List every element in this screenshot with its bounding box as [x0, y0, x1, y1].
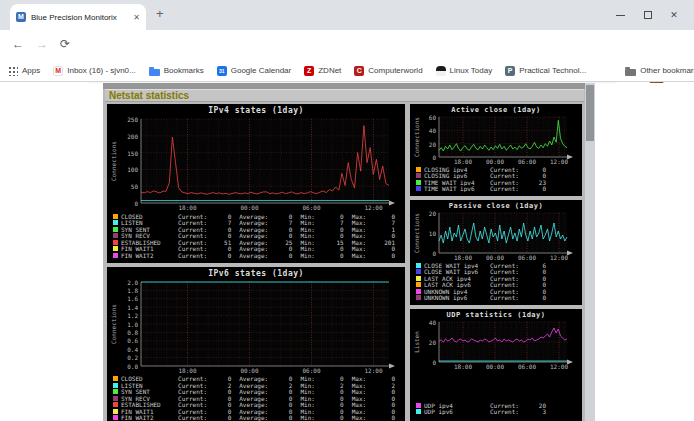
legend-swatch	[416, 409, 421, 414]
browser-tab[interactable]: M Blue Precision Monitorix ✕	[10, 4, 146, 30]
legend-stat: Max:0	[352, 414, 395, 421]
x-tick-label: 00:00	[486, 158, 504, 165]
y-tick-label: 1.2	[127, 312, 138, 319]
bookmark-label: Inbox (16) - sjvn0...	[67, 66, 135, 75]
x-tick-label: 18:00	[178, 204, 196, 211]
y-tick-label: 1.4	[127, 303, 138, 310]
bookmark-label: Google Calendar	[231, 66, 291, 75]
legend-stat-label: Min:	[300, 252, 314, 259]
apps-grid-icon	[8, 66, 18, 76]
scrollbar-thumb[interactable]	[586, 85, 594, 141]
legend-stat: Average:0	[239, 414, 292, 421]
x-tick-label: 00:00	[240, 367, 258, 374]
bookmark-zdnet[interactable]: ZZDNet	[304, 66, 341, 76]
active-close-graph[interactable]: Active close (1day) Connections18:0000:0…	[410, 104, 582, 196]
x-tick-label: 18:00	[454, 254, 472, 261]
y-tick-label: 40	[429, 319, 436, 326]
browser-titlebar: M Blue Precision Monitorix ✕ + ✕	[0, 0, 694, 30]
legend-stat-label: Average:	[239, 414, 268, 421]
udp-statistics-graph[interactable]: UDP statistics (1day) Listen18:0000:0006…	[410, 309, 582, 421]
passive-close-graph[interactable]: Passive close (1day) Connections18:0000:…	[410, 200, 582, 305]
legend-stat-value: 0	[228, 414, 232, 421]
bookmark-inbox[interactable]: MInbox (16) - sjvn0...	[53, 66, 135, 76]
reload-icon[interactable]: ⟳	[60, 37, 70, 51]
practical-tech-icon: P	[505, 66, 515, 76]
bookmark-google-calendar[interactable]: 31Google Calendar	[217, 66, 291, 76]
legend-stat-value: 0	[391, 414, 395, 421]
legend-stat: Current:0	[178, 414, 231, 421]
legend-swatch	[113, 246, 118, 251]
plot-area: Connections18:0000:0006:0012:00050100150…	[141, 119, 389, 203]
x-tick-label: 12:00	[550, 363, 568, 370]
legend-stat: Current:3	[490, 408, 546, 415]
legend-state-name: TIME_WAIT ipv6	[424, 185, 490, 192]
y-tick-label: 0.0	[127, 362, 138, 369]
graphs-grid: IPv4 states (1day) Connections18:0000:00…	[107, 104, 582, 421]
bookmark-practical-technology[interactable]: PPractical Technol...	[505, 66, 586, 76]
legend-stat-label: Max:	[352, 252, 366, 259]
legend-stat: Current:0	[178, 252, 231, 259]
x-tick-label: 06:00	[302, 204, 320, 211]
tab-close-icon[interactable]: ✕	[133, 13, 140, 22]
graph-title: Passive close (1day)	[412, 202, 580, 211]
window-minimize-button[interactable]	[606, 0, 634, 30]
legend-row: UDP ipv6Current:3	[416, 409, 580, 416]
legend-stat: Current:0	[490, 294, 546, 301]
other-bookmarks-label: Other bookmarks	[640, 66, 694, 75]
legend-swatch	[113, 233, 118, 238]
legend-swatch	[416, 186, 421, 191]
bookmark-apps[interactable]: Apps	[8, 66, 40, 76]
legend-swatch	[416, 263, 421, 268]
legend-swatch	[416, 173, 421, 178]
plot-area: Connections18:0000:0006:0012:000204060	[439, 117, 567, 157]
legend-swatch	[416, 282, 421, 287]
new-tab-button[interactable]: +	[156, 6, 164, 21]
y-tick-label: 1.8	[127, 286, 138, 293]
other-bookmarks-button[interactable]: Other bookmarks	[625, 66, 694, 76]
section-header: Netstat statistics	[105, 89, 584, 102]
x-tick-label: 12:00	[364, 204, 382, 211]
y-tick-label: 2.0	[127, 278, 138, 285]
y-tick-label: 200	[127, 132, 138, 139]
chart-canvas	[141, 282, 389, 366]
legend-swatch	[416, 289, 421, 294]
bookmark-label: Apps	[22, 66, 40, 75]
y-tick-label: 0	[432, 359, 436, 366]
page-viewport: Netstat statistics IPv4 states (1day) Co…	[0, 83, 694, 421]
forward-icon[interactable]: →	[36, 37, 48, 51]
folder-icon	[149, 69, 160, 76]
computerworld-icon: C	[354, 66, 364, 76]
maximize-icon	[644, 11, 652, 19]
legend-stat-value: 3	[542, 408, 546, 415]
legend-swatch	[113, 409, 118, 414]
window-maximize-button[interactable]	[634, 0, 662, 30]
legend-stat-value: 0	[228, 252, 232, 259]
ipv4-states-graph[interactable]: IPv4 states (1day) Connections18:0000:00…	[107, 104, 405, 263]
y-tick-label: 0.2	[127, 354, 138, 361]
y-tick-label: 250	[127, 116, 138, 123]
y-tick-label: 1.0	[127, 320, 138, 327]
legend-swatch	[113, 227, 118, 232]
window-close-button[interactable]: ✕	[660, 0, 688, 30]
ipv6-states-graph[interactable]: IPv6 states (1day) Connections18:0000:00…	[107, 267, 405, 421]
back-icon[interactable]: ←	[12, 37, 24, 51]
monitorix-content: Netstat statistics IPv4 states (1day) Co…	[103, 83, 595, 421]
bookmark-computerworld[interactable]: CComputerworld	[354, 66, 422, 76]
bookmark-linux-today[interactable]: Linux Today	[436, 66, 493, 76]
calendar-icon: 31	[217, 66, 227, 76]
browser-navbar: ← → ⟳ i localhost:8080/monitorix-cgi/mon…	[0, 30, 694, 60]
legend-stat-value: 0	[289, 414, 293, 421]
bookmark-label: Computerworld	[368, 66, 422, 75]
bookmark-bookmarks-folder[interactable]: Bookmarks	[149, 66, 204, 76]
legend-state-name: FIN_WAIT2	[121, 252, 178, 259]
plot-area: Listen18:0000:0006:0012:0002040	[439, 322, 567, 362]
page-scrollbar[interactable]	[585, 83, 595, 421]
legend-stat: Min:0	[300, 252, 343, 259]
y-tick-label: 0.4	[127, 345, 138, 352]
section-title: Netstat statistics	[109, 90, 189, 101]
chart-canvas	[141, 119, 389, 203]
y-tick-label: 40	[429, 127, 436, 134]
legend-swatch	[113, 402, 118, 407]
graph-legend: CLOSEDCurrent:0Average:0Min:0Max:0LISTEN…	[113, 213, 403, 259]
folder-icon	[625, 69, 636, 76]
